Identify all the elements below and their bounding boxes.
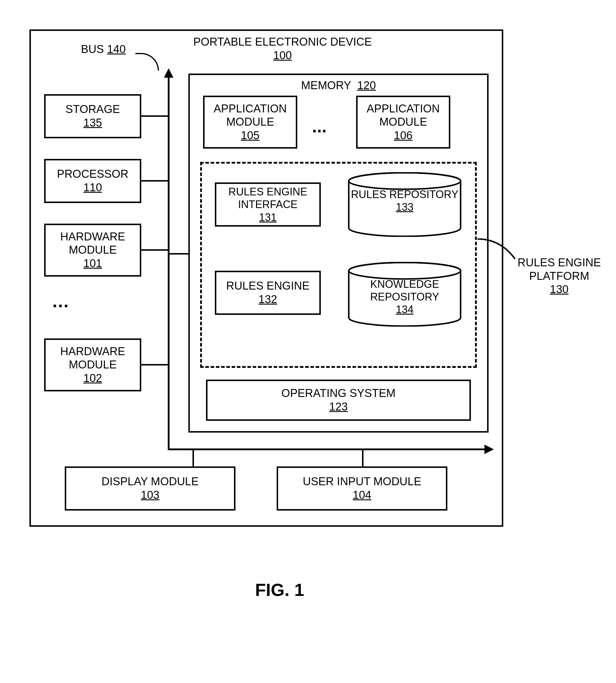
storage-box: STORAGE 135 [44, 94, 141, 138]
hw2-box: HARDWARE MODULE 102 [44, 338, 141, 391]
knowledge-repo-label: KNOWLEDGE REPOSITORY [370, 278, 439, 303]
app-ellipsis: ... [312, 116, 327, 136]
storage-ref: 135 [83, 116, 102, 130]
rei-label: RULES ENGINE INTERFACE [216, 185, 319, 211]
rei-ref: 131 [259, 211, 277, 223]
hw1-conn [141, 249, 168, 251]
rules-repo-label: RULES REPOSITORY [351, 188, 459, 200]
rules-repo-label-wrap: RULES REPOSITORY 133 [347, 188, 462, 213]
re-ref: 132 [258, 293, 277, 306]
bus-arrow-right [484, 445, 494, 454]
app1-label: APPLICATION MODULE [204, 102, 296, 129]
diagram-canvas: PORTABLE ELECTRONIC DEVICE 100 BUS 140 S… [12, 12, 604, 671]
app2-ref: 106 [394, 129, 412, 142]
platform-text: RULES ENGINE PLATFORM [518, 256, 601, 282]
bus-ref: 140 [107, 43, 126, 55]
bus-text: BUS [81, 43, 104, 55]
bus-arrow-up [164, 68, 173, 78]
userinput-conn [362, 449, 364, 467]
memory-title: MEMORY 120 [274, 79, 403, 92]
os-box: OPERATING SYSTEM 123 [206, 380, 471, 421]
userinput-module-box: USER INPUT MODULE 104 [277, 466, 447, 511]
re-box: RULES ENGINE 132 [215, 271, 321, 315]
memory-ref: 120 [357, 79, 376, 91]
storage-label: STORAGE [65, 103, 120, 116]
display-conn [193, 449, 194, 467]
hw2-conn [141, 364, 168, 366]
hdots-text: ... [312, 116, 327, 136]
figure-label: FIG. 1 [236, 580, 324, 600]
hw1-label: HARDWARE MODULE [46, 230, 140, 257]
bus-label: BUS 140 [81, 43, 140, 56]
bus-vertical [168, 76, 170, 450]
vdots-text: … [51, 291, 70, 311]
platform-label: RULES ENGINE PLATFORM 130 [512, 256, 606, 296]
app2-label: APPLICATION MODULE [358, 102, 449, 129]
hw2-label: HARDWARE MODULE [46, 345, 140, 372]
display-module-box: DISPLAY MODULE 103 [65, 466, 236, 511]
processor-box: PROCESSOR 110 [44, 159, 141, 203]
bus-horizontal [168, 448, 486, 450]
hw2-ref: 102 [83, 372, 102, 385]
rules-repo-cylinder: RULES REPOSITORY 133 [347, 172, 462, 237]
device-ref: 100 [273, 49, 292, 62]
device-title: PORTABLE ELECTRONIC DEVICE 100 [177, 35, 389, 62]
processor-label: PROCESSOR [57, 168, 129, 181]
storage-conn [141, 115, 168, 117]
hw1-box: HARDWARE MODULE 101 [44, 224, 141, 277]
userinput-label: USER INPUT MODULE [303, 475, 421, 488]
knowledge-repo-ref: 134 [396, 303, 414, 315]
app2-box: APPLICATION MODULE 106 [356, 96, 450, 149]
display-label: DISPLAY MODULE [102, 475, 199, 488]
rei-box: RULES ENGINE INTERFACE 131 [215, 182, 321, 226]
figure-text: FIG. 1 [255, 580, 304, 600]
app1-box: APPLICATION MODULE 105 [203, 96, 297, 149]
knowledge-repo-label-wrap: KNOWLEDGE REPOSITORY 134 [347, 278, 462, 316]
app1-ref: 105 [241, 129, 259, 142]
processor-conn [141, 180, 168, 181]
rules-repo-ref: 133 [396, 201, 414, 213]
display-ref: 103 [141, 488, 159, 502]
hw1-ref: 101 [83, 257, 102, 270]
platform-leader [477, 238, 518, 268]
userinput-ref: 104 [353, 488, 371, 502]
memory-conn [169, 253, 189, 255]
memory-label: MEMORY [301, 79, 351, 91]
device-title-text: PORTABLE ELECTRONIC DEVICE [193, 36, 372, 48]
os-ref: 123 [329, 400, 348, 414]
left-vdots: … [56, 291, 65, 311]
os-label: OPERATING SYSTEM [281, 387, 396, 400]
re-label: RULES ENGINE [226, 279, 310, 293]
platform-ref: 130 [550, 283, 568, 295]
processor-ref: 110 [83, 181, 102, 195]
knowledge-repo-cylinder: KNOWLEDGE REPOSITORY 134 [347, 262, 462, 327]
